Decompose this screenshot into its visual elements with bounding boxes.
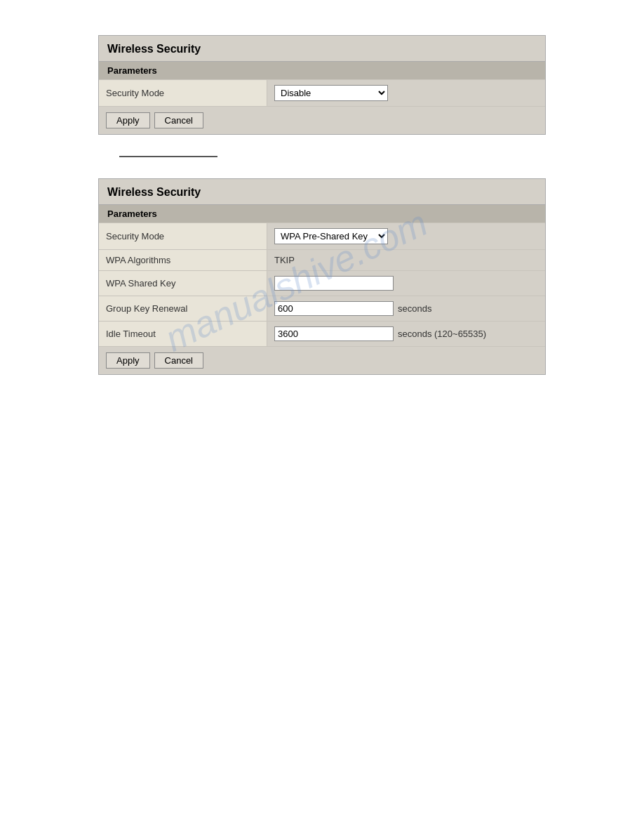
panel2-group-key-renewal-label: Group Key Renewal [99,296,267,321]
panel2-security-mode-row: Security Mode Disable WPA Pre-Shared Key… [99,223,545,249]
section-divider [119,156,217,157]
panel2-wpa-algorithms-label: WPA Algorithms [99,250,267,270]
panel1-apply-button[interactable]: Apply [106,112,150,128]
panel2-params-header: Parameters [99,205,545,223]
panel1-security-mode-select[interactable]: Disable WPA Pre-Shared Key WPA2 Pre-Shar… [274,85,388,101]
panel2-idle-timeout-row: Idle Timeout seconds (120~65535) [99,321,545,346]
page-wrapper: Wireless Security Parameters Security Mo… [0,0,644,834]
panel2-wpa-shared-key-input[interactable] [274,276,394,291]
panel2-idle-timeout-label: Idle Timeout [99,322,267,346]
panel2-wpa-algorithms-row: WPA Algorithms TKIP [99,249,545,270]
panel1-security-mode-row: Security Mode Disable WPA Pre-Shared Key… [99,79,545,106]
panel2-idle-timeout-suffix: seconds (120~65535) [398,329,486,339]
panel1-security-mode-label: Security Mode [99,80,267,106]
panel2: Wireless Security Parameters Security Mo… [98,178,546,375]
panel2-security-mode-select[interactable]: Disable WPA Pre-Shared Key WPA2 Pre-Shar… [274,228,388,244]
panel2-security-mode-value: Disable WPA Pre-Shared Key WPA2 Pre-Shar… [267,223,545,249]
panel2-wpa-shared-key-label: WPA Shared Key [99,271,267,296]
panel1-cancel-button[interactable]: Cancel [154,112,203,128]
panel2-apply-button[interactable]: Apply [106,352,150,369]
panel2-security-mode-label: Security Mode [99,223,267,249]
panel1-title: Wireless Security [99,36,545,62]
panel1-security-mode-value: Disable WPA Pre-Shared Key WPA2 Pre-Shar… [267,80,545,106]
panel1-params-header: Parameters [99,62,545,79]
panel2-wpa-shared-key-row: WPA Shared Key [99,270,545,296]
panel1-button-row: Apply Cancel [99,106,545,134]
panel2-group-key-renewal-suffix: seconds [398,303,431,314]
panel2-button-row: Apply Cancel [99,346,545,374]
panel2-idle-timeout-value: seconds (120~65535) [267,322,545,346]
panel2-group-key-renewal-input[interactable] [274,301,394,316]
panel2-group-key-renewal-row: Group Key Renewal seconds [99,296,545,321]
panel2-wpa-shared-key-value [267,271,545,296]
panel2-title: Wireless Security [99,179,545,205]
panel2-group-key-renewal-value: seconds [267,296,545,321]
panel2-wpa-algorithms-value: TKIP [267,250,545,270]
panel1: Wireless Security Parameters Security Mo… [98,35,546,135]
panel2-wpa-algorithms-text: TKIP [274,255,295,265]
panel2-idle-timeout-input[interactable] [274,326,394,341]
panel2-cancel-button[interactable]: Cancel [154,352,203,369]
